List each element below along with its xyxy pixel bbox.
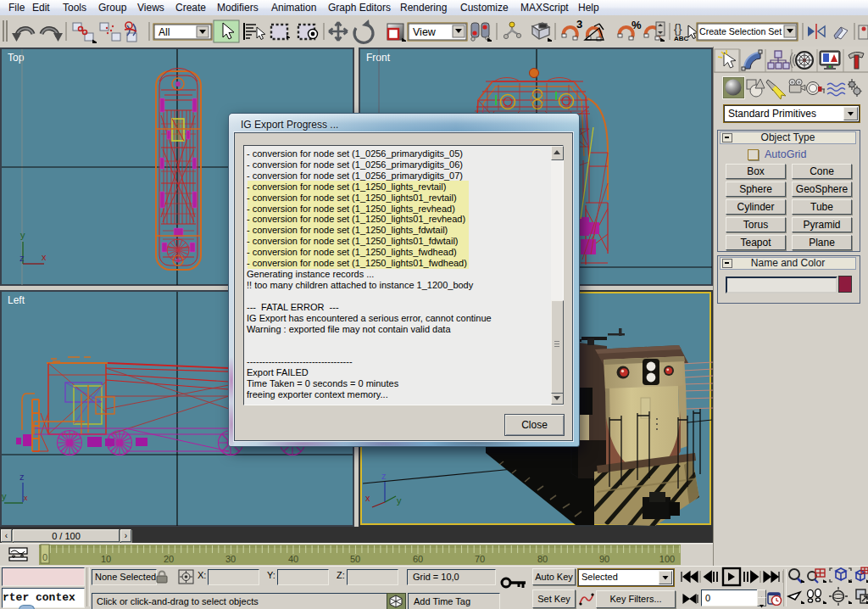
svg-text:20: 20 <box>164 554 174 564</box>
svg-text:100: 100 <box>659 554 675 564</box>
svg-text:70: 70 <box>475 554 485 564</box>
svg-text:10: 10 <box>101 554 111 564</box>
svg-text:80: 80 <box>537 554 548 564</box>
svg-text:View: View <box>413 26 437 38</box>
svg-text:ABC: ABC <box>674 35 689 42</box>
svg-text:z: z <box>19 253 25 263</box>
svg-text:y: y <box>2 491 7 501</box>
svg-text:All: All <box>159 26 170 38</box>
svg-text:x: x <box>365 493 370 503</box>
svg-text:y: y <box>397 495 402 506</box>
svg-text:60: 60 <box>413 554 423 564</box>
svg-text:{}: {} <box>674 22 682 36</box>
svg-text:x: x <box>42 252 47 262</box>
svg-text:z: z <box>381 471 387 481</box>
svg-text:50: 50 <box>350 554 360 564</box>
svg-text:30: 30 <box>225 554 236 564</box>
svg-text:Create Selection Set: Create Selection Set <box>699 26 782 36</box>
svg-text:3: 3 <box>576 18 582 31</box>
svg-text:%: % <box>632 19 642 31</box>
svg-text:0: 0 <box>42 552 47 562</box>
svg-text:y: y <box>20 230 25 240</box>
svg-text:90: 90 <box>599 554 609 564</box>
svg-text:z: z <box>19 472 25 482</box>
svg-text:x: x <box>24 494 28 502</box>
svg-text:40: 40 <box>288 554 298 564</box>
